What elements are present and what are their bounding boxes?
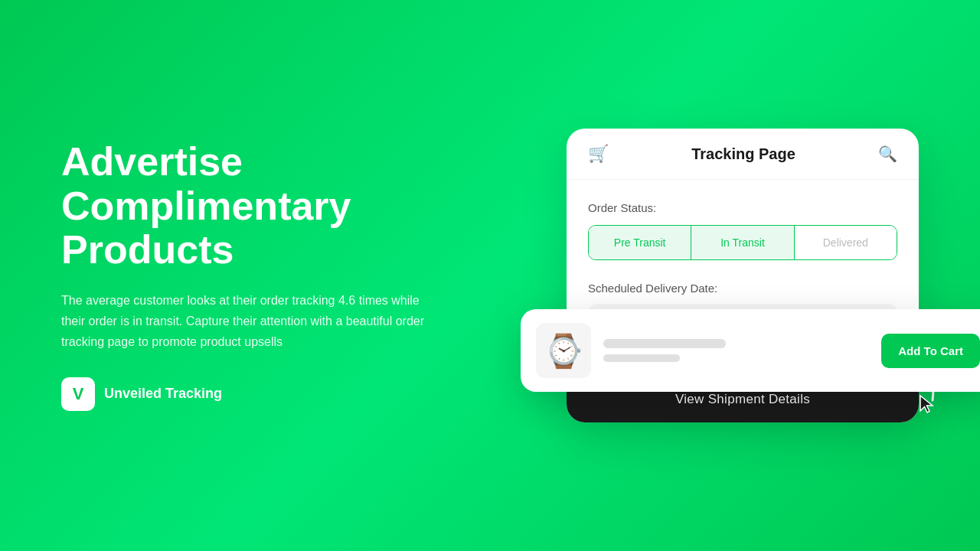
right-section: 🛒 Tracking Page 🔍 Order Status: Pre Tran… [536,98,980,453]
card-title: Tracking Page [691,145,795,163]
description: The average customer looks at their orde… [61,290,429,353]
delivery-date-label: Scheduled Delivery Date: [588,282,897,295]
brand-name: Unveiled Tracking [104,386,222,402]
step-in-transit[interactable]: In Transit [691,226,794,259]
left-section: Advertise Complimentary Products The ave… [0,94,536,456]
headline: Advertise Complimentary Products [61,140,490,272]
brand-logo: V [61,377,95,411]
cursor-pointer [919,394,936,421]
search-icon[interactable]: 🔍 [878,145,897,163]
card-header: 🛒 Tracking Page 🔍 [567,129,919,180]
brand-badge: V Unveiled Tracking [61,377,490,411]
step-pre-transit[interactable]: Pre Transit [589,226,691,259]
product-info [603,339,869,362]
product-image: ⌚ [536,323,591,378]
product-name-placeholder [603,339,726,348]
add-to-cart-button[interactable]: Add To Cart [881,334,980,368]
order-status-label: Order Status: [588,201,897,214]
step-delivered[interactable]: Delivered [795,226,897,259]
status-steps: Pre Transit In Transit Delivered [588,225,897,260]
cart-icon: 🛒 [588,144,609,164]
product-price-placeholder [603,354,680,362]
upsell-card: ⌚ Add To Cart [521,309,980,392]
